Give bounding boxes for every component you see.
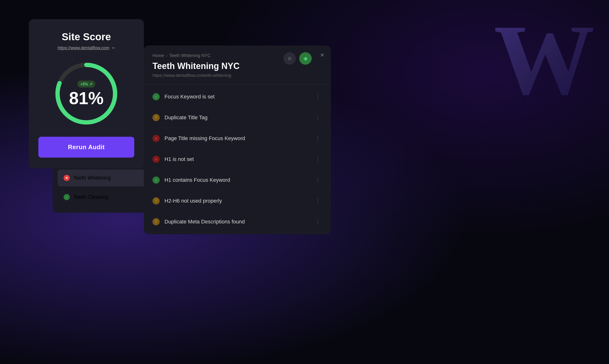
site-score-panel: Site Score https://www.dentalflow.com ✏ … [29, 19, 144, 168]
check-page-title-missing-icon: ✕ [152, 135, 160, 142]
detail-panel: Home › Teeth Whitening NYC Teeth Whiteni… [144, 46, 331, 234]
check-duplicate-title-menu[interactable]: ⋮ [313, 114, 322, 122]
check-h1-contains-keyword-label: H1 contains Focus Keyword [165, 177, 230, 183]
check-page-title-missing: ✕ Page Title missing Focus Keyword ⋮ [144, 128, 331, 149]
check-duplicate-title-icon: ! [152, 114, 160, 121]
settings-icon: ⊙ [288, 56, 292, 61]
check-h1-not-set-left: ✕ H1 is not set [152, 156, 194, 163]
gauge-container: +5% ↗ 81% [38, 60, 134, 127]
check-h2h6-not-proper: ! H2-H6 not used properly ⋮ [144, 191, 331, 211]
webflow-logo: W [494, 10, 595, 110]
site-score-url-link[interactable]: https://www.dentalflow.com [57, 46, 109, 50]
score-gauge: +5% ↗ 81% [53, 60, 120, 127]
gauge-percent: 81% [69, 90, 104, 107]
breadcrumb-page: Teeth Whitening NYC [169, 53, 210, 58]
check-duplicate-meta-menu[interactable]: ⋮ [313, 218, 322, 226]
eye-icon: ◉ [304, 56, 308, 61]
badge-value: +5% [80, 82, 88, 86]
breadcrumb-home[interactable]: Home [152, 53, 164, 58]
detail-icon-settings[interactable]: ⊙ [283, 52, 296, 65]
check-page-title-missing-menu[interactable]: ⋮ [313, 134, 322, 143]
detail-icon-buttons: ⊙ ◉ [283, 52, 312, 65]
rerun-audit-button[interactable]: Rerun Audit [38, 137, 134, 157]
teeth-whitening-status-icon: ✕ [64, 175, 70, 181]
check-duplicate-title-label: Duplicate Title Tag [165, 115, 208, 121]
check-h2h6-not-proper-icon: ! [152, 197, 160, 205]
teeth-cleaning-label: Teeth Cleaning [73, 194, 108, 200]
check-focus-keyword-label: Focus Keyword is set [165, 94, 215, 100]
check-focus-keyword: ✓ Focus Keyword is set ⋮ [144, 86, 331, 107]
gauge-center: +5% ↗ 81% [69, 81, 104, 107]
check-h1-not-set-menu[interactable]: ⋮ [313, 155, 322, 163]
check-h1-contains-keyword: ✓ H1 contains Focus Keyword ⋮ [144, 170, 331, 191]
check-h2h6-not-proper-menu[interactable]: ⋮ [313, 197, 322, 205]
check-h2h6-not-proper-label: H2-H6 not used properly [165, 198, 222, 204]
seo-checks-list: ✓ Focus Keyword is set ⋮ ! Duplicate Tit… [144, 85, 331, 234]
check-h1-not-set-label: H1 is not set [165, 156, 194, 162]
sidebar-item-teeth-whitening-left: ✕ Teeth Whitening [64, 175, 111, 181]
check-h1-contains-keyword-icon: ✓ [152, 177, 160, 184]
site-score-url-container: https://www.dentalflow.com ✏ [38, 46, 134, 51]
check-h1-not-set: ✕ H1 is not set ⋮ [144, 149, 331, 170]
detail-header: Home › Teeth Whitening NYC Teeth Whiteni… [144, 46, 331, 85]
check-focus-keyword-icon: ✓ [152, 93, 160, 100]
sidebar-item-teeth-cleaning-left: ✓ Teeth Cleaning [64, 194, 108, 200]
check-h2h6-not-proper-left: ! H2-H6 not used properly [152, 197, 222, 205]
check-page-title-missing-left: ✕ Page Title missing Focus Keyword [152, 135, 245, 142]
check-duplicate-title-left: ! Duplicate Title Tag [152, 114, 208, 121]
breadcrumb-separator: › [166, 53, 167, 58]
teeth-whitening-label: Teeth Whitening [73, 175, 111, 181]
check-focus-keyword-menu[interactable]: ⋮ [313, 93, 322, 101]
check-h1-contains-keyword-menu[interactable]: ⋮ [313, 176, 322, 184]
check-duplicate-meta-left: ! Duplicate Meta Descriptions found [152, 218, 245, 225]
check-page-title-missing-label: Page Title missing Focus Keyword [165, 135, 245, 142]
url-edit-icon: ✏ [112, 46, 115, 50]
check-focus-keyword-left: ✓ Focus Keyword is set [152, 93, 215, 100]
check-duplicate-title: ! Duplicate Title Tag ⋮ [144, 107, 331, 128]
page-url: https://www.dentalflow.co/teeth-whitenin… [152, 73, 322, 78]
check-h1-contains-keyword-left: ✓ H1 contains Focus Keyword [152, 177, 230, 184]
site-score-title: Site Score [38, 31, 134, 43]
check-h1-not-set-icon: ✕ [152, 156, 160, 163]
badge-arrow: ↗ [89, 82, 92, 86]
check-duplicate-meta: ! Duplicate Meta Descriptions found ⋮ [144, 211, 331, 232]
detail-close-button[interactable]: × [320, 51, 324, 59]
check-duplicate-meta-icon: ! [152, 218, 160, 225]
teeth-cleaning-status-icon: ✓ [64, 194, 70, 200]
detail-icon-eye[interactable]: ◉ [299, 52, 312, 65]
check-duplicate-meta-label: Duplicate Meta Descriptions found [165, 219, 245, 225]
gauge-badge: +5% ↗ [77, 81, 95, 88]
